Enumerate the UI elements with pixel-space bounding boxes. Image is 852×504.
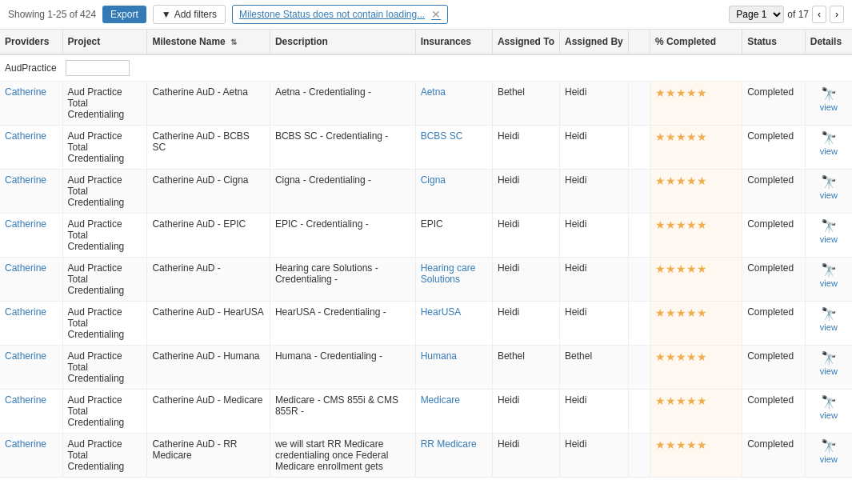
prev-page-button[interactable]: ‹ [812, 6, 826, 23]
details-cell[interactable]: 🔭view [805, 82, 852, 126]
stars-rating: ★★★★★ [655, 86, 707, 99]
insurance-link[interactable]: Humana [421, 350, 457, 362]
header-pct-completed: % Completed [650, 30, 742, 54]
description-cell: EPIC - Credentialing - [270, 214, 415, 258]
assigned-to-cell: Heidi [492, 302, 559, 346]
table-row: CatherineAud Practice Total Credentialin… [0, 258, 852, 302]
spacer-cell [628, 434, 650, 478]
view-label: view [820, 322, 838, 332]
binoculars-icon: 🔭 [821, 86, 837, 102]
view-button[interactable]: 🔭view [810, 174, 847, 200]
insurance-link[interactable]: HearUSA [421, 306, 462, 318]
export-button[interactable]: Export [102, 6, 146, 23]
insurance-cell[interactable]: Humana [415, 346, 492, 390]
filter-close-icon[interactable]: ✕ [431, 8, 441, 21]
header-description: Description [270, 30, 415, 54]
view-button[interactable]: 🔭view [810, 218, 847, 244]
view-label: view [820, 234, 838, 244]
insurance-link[interactable]: Aetna [421, 86, 446, 98]
provider-name[interactable]: Catherine [5, 130, 46, 142]
assigned-to-cell: Heidi [492, 214, 559, 258]
details-cell[interactable]: 🔭view [805, 390, 852, 434]
details-cell[interactable]: 🔭view [805, 302, 852, 346]
provider-name[interactable]: Catherine [5, 438, 46, 450]
insurance-link[interactable]: Hearing care Solutions [421, 262, 476, 285]
spacer-cell [628, 390, 650, 434]
header-insurances: Insurances [415, 30, 492, 54]
binoculars-icon: 🔭 [821, 174, 837, 190]
insurance-link[interactable]: RR Medicare [421, 438, 477, 450]
view-button[interactable]: 🔭view [810, 306, 847, 332]
stars-rating: ★★★★★ [655, 350, 707, 363]
status-cell: Completed [742, 214, 806, 258]
header-assigned-by: Assigned By [560, 30, 629, 54]
header-milestone-name[interactable]: Milestone Name ⇅ [147, 30, 270, 54]
assigned-by-cell: Heidi [560, 302, 629, 346]
assigned-by-cell: Heidi [560, 258, 629, 302]
provider-name[interactable]: Catherine [5, 218, 46, 230]
insurance-cell[interactable]: HearUSA [415, 302, 492, 346]
description-cell: Humana - Credentialing - [270, 346, 415, 390]
view-button[interactable]: 🔭view [810, 130, 847, 156]
insurance-cell[interactable]: Medicare [415, 390, 492, 434]
insurance-cell[interactable]: Hearing care Solutions [415, 258, 492, 302]
table-container: Providers Project Milestone Name ⇅ Descr… [0, 30, 852, 502]
insurance-link[interactable]: BCBS SC [421, 130, 463, 142]
page-of: of 17 [787, 9, 809, 20]
insurance-cell[interactable]: RR Medicare [415, 434, 492, 478]
assigned-to-cell: Bethel [492, 346, 559, 390]
milestone-cell: Catherine AuD - Humana [147, 346, 270, 390]
details-cell[interactable]: 🔭view [805, 126, 852, 170]
view-button[interactable]: 🔭view [810, 394, 847, 420]
provider-name[interactable]: Catherine [5, 262, 46, 274]
binoculars-icon: 🔭 [821, 350, 837, 366]
page-select[interactable]: Page 1 [729, 6, 784, 23]
provider-name[interactable]: Catherine [5, 306, 46, 318]
binoculars-icon: 🔭 [821, 218, 837, 234]
spacer-cell [628, 258, 650, 302]
status-cell: Completed [742, 346, 806, 390]
pagination: Page 1 of 17 ‹ › [729, 6, 844, 23]
assigned-to-cell: Heidi [492, 170, 559, 214]
milestone-cell: Catherine AuD - HearUSA [147, 302, 270, 346]
assigned-by-cell: Heidi [560, 82, 629, 126]
insurance-cell[interactable]: BCBS SC [415, 126, 492, 170]
view-label: view [820, 278, 838, 288]
details-cell[interactable]: 🔭view [805, 214, 852, 258]
status-cell: Completed [742, 126, 806, 170]
view-button[interactable]: 🔭view [810, 350, 847, 376]
status-cell: Completed [742, 302, 806, 346]
table-row: CatherineAud Practice Total Credentialin… [0, 390, 852, 434]
table-row: CatherineAud Practice Total Credentialin… [0, 434, 852, 478]
add-filters-button[interactable]: ▼ Add filters [153, 5, 226, 24]
view-button[interactable]: 🔭view [810, 262, 847, 288]
view-button[interactable]: 🔭view [810, 438, 847, 464]
provider-name[interactable]: Catherine [5, 174, 46, 186]
details-cell[interactable]: 🔭view [805, 170, 852, 214]
insurance-cell[interactable]: Cigna [415, 170, 492, 214]
details-cell[interactable]: 🔭view [805, 346, 852, 390]
details-cell[interactable]: 🔭view [805, 434, 852, 478]
insurance-link[interactable]: Medicare [421, 394, 460, 406]
binoculars-icon: 🔭 [821, 306, 837, 322]
pct-completed-cell: ★★★★★ [650, 434, 742, 478]
spacer-cell [628, 302, 650, 346]
project-cell: Aud Practice Total Credentialing [62, 170, 147, 214]
pct-completed-cell: ★★★★★ [650, 82, 742, 126]
status-cell: Completed [742, 82, 806, 126]
insurance-cell: EPIC [415, 214, 492, 258]
group-input[interactable] [66, 60, 130, 76]
view-button[interactable]: 🔭view [810, 86, 847, 112]
header-assigned-to: Assigned To [492, 30, 559, 54]
milestone-filter[interactable]: Milestone Status does not contain loadin… [232, 5, 448, 24]
insurance-link[interactable]: Cigna [421, 174, 446, 186]
pct-completed-cell: ★★★★★ [650, 390, 742, 434]
pct-completed-cell: ★★★★★ [650, 258, 742, 302]
next-page-button[interactable]: › [830, 6, 844, 23]
view-label: view [820, 366, 838, 376]
provider-name[interactable]: Catherine [5, 86, 46, 98]
provider-name[interactable]: Catherine [5, 350, 46, 362]
insurance-cell[interactable]: Aetna [415, 82, 492, 126]
details-cell[interactable]: 🔭view [805, 258, 852, 302]
provider-name[interactable]: Catherine [5, 394, 46, 406]
